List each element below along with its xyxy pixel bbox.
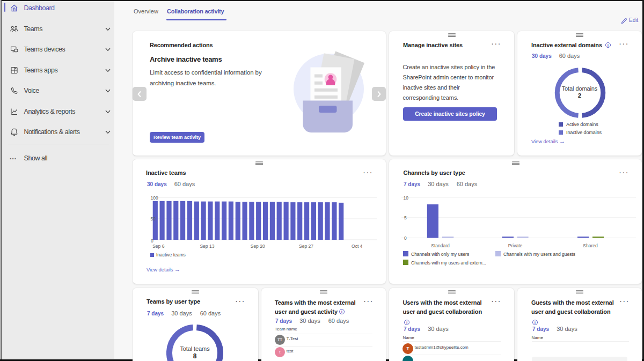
svg-text:0: 0 [404, 235, 407, 241]
svg-text:100: 100 [151, 195, 158, 201]
svg-text:Private: Private [508, 243, 523, 248]
svg-text:Sep 27: Sep 27 [299, 244, 313, 249]
svg-text:Standard: Standard [431, 243, 450, 248]
svg-text:Sep 20: Sep 20 [251, 244, 265, 249]
svg-text:50: 50 [151, 216, 156, 222]
svg-text:10: 10 [404, 195, 409, 201]
svg-text:Oct 4: Oct 4 [352, 244, 363, 249]
svg-text:Shared: Shared [583, 243, 598, 248]
svg-text:Sep 13: Sep 13 [200, 244, 214, 249]
svg-text:0: 0 [151, 238, 153, 244]
svg-text:Sep 6: Sep 6 [152, 244, 164, 249]
svg-text:5: 5 [404, 215, 407, 220]
